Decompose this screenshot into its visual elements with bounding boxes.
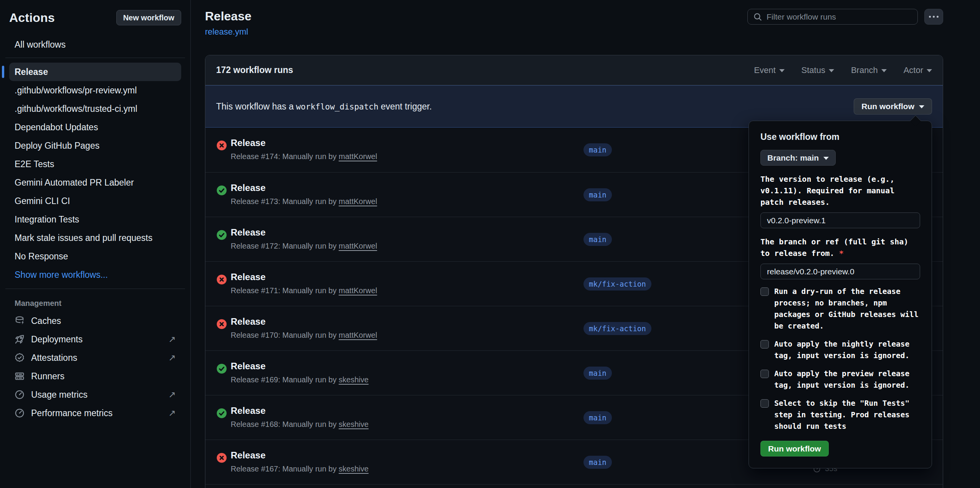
sidebar-management-item[interactable]: Deployments ↗ xyxy=(9,330,181,349)
filter-label: Status xyxy=(802,65,825,75)
meter-icon xyxy=(15,408,25,418)
workflow-options-kebab-button[interactable] xyxy=(924,9,943,25)
sidebar-management-item[interactable]: Usage metrics ↗ xyxy=(9,385,181,404)
version-input[interactable] xyxy=(760,212,920,228)
run-description: Release #167: Manually run by skeshive xyxy=(231,465,369,473)
sidebar-workflow-item[interactable]: No Response xyxy=(9,247,181,266)
branch-badge[interactable]: mk/fix-action xyxy=(583,277,651,290)
sidebar-workflow-item[interactable]: .github/workflows/trusted-ci.yml xyxy=(9,100,181,118)
show-more-workflows-link[interactable]: Show more workflows... xyxy=(9,266,181,284)
selected-indicator-bar xyxy=(2,66,4,78)
failed-status-icon xyxy=(216,140,227,151)
branch-badge[interactable]: main xyxy=(583,411,612,424)
runs-list-header: 172 workflow runs Event Status Branch xyxy=(205,55,943,85)
new-workflow-button[interactable]: New workflow xyxy=(116,10,181,25)
chevron-down-icon xyxy=(823,157,829,160)
sidebar-workflow-item[interactable]: Mark stale issues and pull requests xyxy=(9,229,181,247)
run-actor-link[interactable]: mattKorwel xyxy=(339,331,377,339)
run-actor-link[interactable]: mattKorwel xyxy=(339,286,377,295)
banner-text-before: This workflow has a xyxy=(216,101,294,111)
sidebar-workflow-item[interactable]: Deploy GitHub Pages xyxy=(9,136,181,155)
sidebar-workflow-label: E2E Tests xyxy=(15,159,54,169)
banner-code: workflow_dispatch xyxy=(294,102,381,111)
external-link-arrow-icon: ↗ xyxy=(169,335,176,344)
filter-label: Event xyxy=(754,65,775,75)
sidebar-workflow-item[interactable]: E2E Tests xyxy=(9,155,181,173)
workflow-file-link[interactable]: release.yml xyxy=(205,27,248,37)
filter-dropdown[interactable]: Actor xyxy=(904,65,932,75)
sidebar-management-label: Usage metrics xyxy=(31,390,88,400)
ref-input-help: The branch or ref (full git sha) to rele… xyxy=(760,236,920,259)
checkbox[interactable] xyxy=(760,370,769,378)
sidebar-management-label: Deployments xyxy=(31,334,83,345)
branch-badge[interactable]: main xyxy=(583,456,612,469)
required-asterisk: * xyxy=(839,249,844,258)
branch-badge[interactable]: main xyxy=(583,233,612,246)
branch-badge[interactable]: main xyxy=(583,367,612,380)
run-title-link[interactable]: Release xyxy=(231,361,266,372)
run-actor-link[interactable]: skeshive xyxy=(339,465,369,473)
sidebar-management-label: Caches xyxy=(31,316,61,326)
run-title-link[interactable]: Release xyxy=(231,138,266,148)
filter-label: Actor xyxy=(904,65,923,75)
ref-input[interactable] xyxy=(760,264,920,279)
sidebar-management-item[interactable]: Performance metrics ↗ xyxy=(9,404,181,422)
version-input-help: The version to release (e.g., v0.1.11). … xyxy=(760,173,920,208)
sidebar-workflow-item[interactable]: Dependabot Updates xyxy=(9,118,181,136)
run-actor-link[interactable]: mattKorwel xyxy=(339,197,377,206)
checkbox[interactable] xyxy=(760,340,769,349)
checkbox[interactable] xyxy=(760,399,769,408)
run-workflow-submit-button[interactable]: Run workflow xyxy=(760,441,829,456)
run-title-link[interactable]: Release xyxy=(231,405,266,416)
run-title-link[interactable]: Release xyxy=(231,272,266,282)
run-actor-link[interactable]: skeshive xyxy=(339,420,369,428)
filter-dropdown[interactable]: Branch xyxy=(851,65,887,75)
sidebar-management-item[interactable]: Attestations ↗ xyxy=(9,349,181,367)
next-run-row-partial xyxy=(205,484,943,488)
branch-badge[interactable]: mk/fix-action xyxy=(583,322,651,335)
branch-badge[interactable]: main xyxy=(583,143,612,156)
sidebar-workflow-label: Integration Tests xyxy=(15,214,79,225)
filter-workflow-runs-input[interactable] xyxy=(767,12,912,22)
run-title-link[interactable]: Release xyxy=(231,450,266,461)
run-description-text: Release #171: Manually run by xyxy=(231,286,337,295)
sidebar-management-item[interactable]: Caches xyxy=(9,312,181,330)
branch-select-label: Branch: main xyxy=(767,153,819,163)
banner-text-after: event trigger. xyxy=(381,101,432,111)
popup-checkbox-list: Run a dry-run of the release process; no… xyxy=(760,286,920,432)
run-title-link[interactable]: Release xyxy=(231,183,266,193)
sidebar-workflow-item[interactable]: Gemini CLI CI xyxy=(9,192,181,210)
run-description-text: Release #174: Manually run by xyxy=(231,152,337,161)
checkbox[interactable] xyxy=(760,287,769,296)
filter-dropdown[interactable]: Event xyxy=(754,65,784,75)
sidebar-title: Actions xyxy=(9,11,55,25)
sidebar-workflow-item[interactable]: Release xyxy=(9,63,181,81)
chevron-down-icon xyxy=(927,69,932,72)
branch-select-button[interactable]: Branch: main xyxy=(760,150,836,166)
sidebar-workflow-label: .github/workflows/trusted-ci.yml xyxy=(15,104,137,114)
run-actor-link[interactable]: mattKorwel xyxy=(339,242,377,250)
run-title-link[interactable]: Release xyxy=(231,227,266,238)
run-description-text: Release #167: Manually run by xyxy=(231,465,337,473)
filter-dropdown[interactable]: Status xyxy=(802,65,834,75)
run-description: Release #168: Manually run by skeshive xyxy=(231,420,369,429)
branch-badge[interactable]: main xyxy=(583,188,612,201)
run-title-link[interactable]: Release xyxy=(231,316,266,327)
run-description-text: Release #168: Manually run by xyxy=(231,420,337,428)
run-description: Release #174: Manually run by mattKorwel xyxy=(231,152,377,161)
run-workflow-dropdown-button[interactable]: Run workflow xyxy=(854,98,932,115)
run-actor-link[interactable]: skeshive xyxy=(339,375,369,384)
run-actor-link[interactable]: mattKorwel xyxy=(339,152,377,161)
run-description: Release #171: Manually run by mattKorwel xyxy=(231,286,377,295)
filter-search-box[interactable] xyxy=(747,9,918,25)
sidebar-management-item[interactable]: Runners xyxy=(9,367,181,385)
run-description-text: Release #172: Manually run by xyxy=(231,242,337,250)
sidebar-workflow-item[interactable]: Integration Tests xyxy=(9,210,181,229)
server-icon xyxy=(15,371,25,381)
sidebar-item-all-workflows[interactable]: All workflows xyxy=(9,36,181,53)
run-description-text: Release #173: Manually run by xyxy=(231,197,337,206)
sidebar-workflow-item[interactable]: Gemini Automated PR Labeler xyxy=(9,173,181,192)
run-description-text: Release #169: Manually run by xyxy=(231,375,337,384)
sidebar-workflow-item[interactable]: .github/workflows/pr-review.yml xyxy=(9,81,181,100)
cache-icon xyxy=(15,316,25,326)
